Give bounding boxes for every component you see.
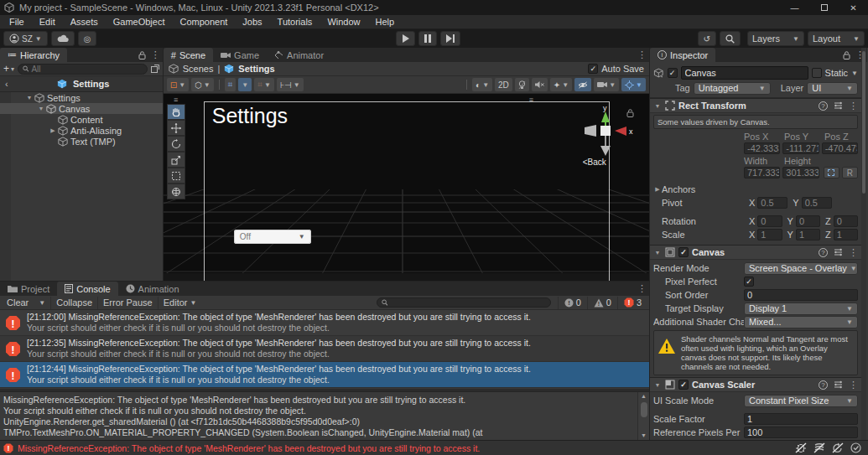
- static-checkbox[interactable]: [812, 68, 822, 78]
- clear-button[interactable]: Clear: [2, 297, 34, 309]
- menu-component[interactable]: Component: [172, 15, 235, 28]
- drag-handle-icon[interactable]: ≡: [167, 97, 185, 104]
- rect-tool-button[interactable]: [167, 168, 185, 184]
- sort-order-field[interactable]: 0: [744, 289, 858, 301]
- foldout-icon[interactable]: ▼: [653, 250, 662, 256]
- gameobject-cube-icon[interactable]: [653, 65, 664, 80]
- menu-tutorials[interactable]: Tutorials: [270, 15, 320, 28]
- expander-icon[interactable]: ▼: [25, 95, 34, 101]
- auto-refresh-disabled-icon[interactable]: [832, 442, 844, 453]
- log-entry[interactable]: ! [21:12:35] MissingReferenceException: …: [0, 336, 649, 362]
- camera-settings-button[interactable]: ▼: [594, 78, 619, 91]
- menu-assets[interactable]: Assets: [63, 15, 106, 28]
- pop-out-icon[interactable]: [151, 65, 159, 73]
- pos-x-field[interactable]: -42.3333: [744, 142, 780, 154]
- foldout-icon[interactable]: ▼: [653, 382, 662, 388]
- step-button[interactable]: [440, 31, 460, 46]
- pos-y-field[interactable]: -111.2713: [782, 142, 819, 154]
- rotation-y-field[interactable]: 0: [796, 215, 820, 227]
- info-count[interactable]: ! 0: [558, 297, 587, 309]
- expander-icon[interactable]: ▶: [49, 127, 57, 134]
- breadcrumb-current[interactable]: Settings: [238, 64, 274, 74]
- lock-icon[interactable]: [138, 51, 146, 59]
- grid-snapping-button[interactable]: ⌗: [225, 78, 236, 91]
- snap-settings-button[interactable]: ⊦⊣▼: [277, 78, 304, 91]
- pivot-y-field[interactable]: 0.5: [802, 197, 832, 209]
- tab-game[interactable]: Game: [213, 48, 267, 62]
- tab-project[interactable]: Project: [0, 282, 57, 296]
- tab-scene[interactable]: # Scene: [164, 48, 213, 62]
- canvas-component-header[interactable]: ▼ ✓ Canvas ? ⋮: [650, 245, 861, 260]
- help-icon[interactable]: ?: [819, 248, 828, 257]
- pivot-x-field[interactable]: 0.5: [757, 197, 787, 209]
- close-button[interactable]: ✕: [839, 0, 868, 15]
- help-icon[interactable]: ?: [819, 101, 828, 111]
- kebab-menu-icon[interactable]: ⋮: [637, 49, 647, 60]
- tab-inspector[interactable]: i Inspector: [650, 48, 715, 62]
- scale-tool-button[interactable]: [167, 152, 185, 168]
- rect-transform-header[interactable]: ▼ Rect Transform ? ⋮: [650, 98, 861, 113]
- tag-dropdown[interactable]: Untagged▼: [694, 82, 771, 95]
- tree-item-text-tmp[interactable]: Text (TMP): [0, 136, 163, 147]
- status-error-text[interactable]: MissingReferenceException: The object of…: [18, 443, 480, 453]
- shader-channels-dropdown[interactable]: Mixed...▼: [744, 316, 858, 328]
- anchor-presets-button[interactable]: [824, 167, 839, 178]
- rotation-z-field[interactable]: 0: [834, 215, 858, 227]
- scale-factor-field[interactable]: 1: [744, 413, 858, 425]
- minimize-button[interactable]: —: [780, 0, 809, 15]
- component-enabled-checkbox[interactable]: ✓: [678, 380, 689, 390]
- status-bar[interactable]: ! MissingReferenceException: The object …: [0, 440, 868, 455]
- cloud-button[interactable]: [51, 31, 75, 46]
- scene-visibility-button[interactable]: [574, 78, 591, 91]
- move-tool-button[interactable]: [167, 120, 185, 136]
- menu-jobs[interactable]: Jobs: [235, 15, 269, 28]
- presets-icon[interactable]: [834, 380, 843, 389]
- cache-server-disabled-icon[interactable]: [813, 442, 825, 453]
- console-search[interactable]: [377, 297, 551, 308]
- kebab-menu-icon[interactable]: ⋮: [849, 101, 858, 111]
- rotation-x-field[interactable]: 0: [757, 215, 782, 227]
- collapse-button[interactable]: Collapse: [51, 297, 98, 309]
- expander-icon[interactable]: ▼: [37, 106, 45, 111]
- raw-edit-button[interactable]: R: [842, 167, 858, 178]
- canvas-scaler-header[interactable]: ▼ ✓ Canvas Scaler ? ⋮: [650, 377, 861, 392]
- width-field[interactable]: 717.3333: [744, 167, 780, 178]
- static-dropdown-icon[interactable]: ▼: [851, 70, 858, 77]
- anchors-label[interactable]: Anchors: [662, 184, 752, 194]
- drag-handle-icon[interactable]: ≡: [529, 96, 533, 104]
- warning-count[interactable]: ! 0: [587, 297, 617, 309]
- editor-dropdown-button[interactable]: Editor▼: [159, 297, 202, 309]
- scale-z-field[interactable]: 1: [834, 229, 858, 240]
- maximize-button[interactable]: [809, 0, 839, 15]
- component-enabled-checkbox[interactable]: ✓: [678, 247, 689, 257]
- log-entry[interactable]: ! [21:12:00] MissingReferenceException: …: [0, 310, 649, 336]
- menu-window[interactable]: Window: [320, 15, 367, 28]
- active-checkbox[interactable]: ✓: [668, 68, 678, 78]
- scroll-up-icon[interactable]: ▲: [641, 392, 647, 401]
- error-pause-button[interactable]: Error Pause: [98, 297, 159, 309]
- tree-item-content[interactable]: Content: [0, 114, 163, 125]
- game-ui-dropdown[interactable]: Off ▼: [234, 230, 311, 244]
- audio-toggle-button[interactable]: [532, 78, 548, 91]
- pause-button[interactable]: [418, 31, 437, 46]
- detail-scrollbar[interactable]: ▲ ▼: [637, 392, 649, 440]
- tab-animation[interactable]: Animation: [118, 282, 187, 296]
- tree-item-canvas[interactable]: ▼ Canvas: [0, 103, 163, 114]
- grid-snapping-dropdown[interactable]: ▼: [238, 78, 252, 91]
- effects-dropdown-button[interactable]: ✦▼: [550, 78, 572, 91]
- scrollbar-thumb[interactable]: [641, 402, 647, 417]
- gameobject-name-field[interactable]: [681, 66, 808, 80]
- scrollbar-thumb[interactable]: [862, 51, 865, 194]
- gizmos-button[interactable]: ▼: [621, 78, 646, 91]
- pixel-perfect-checkbox[interactable]: ✓: [744, 277, 754, 287]
- scroll-down-icon[interactable]: ▼: [641, 432, 647, 440]
- tree-item-settings[interactable]: ▼ Settings: [0, 92, 163, 103]
- layer-dropdown[interactable]: UI▼: [807, 82, 858, 95]
- breadcrumb-scenes[interactable]: Scenes: [183, 64, 214, 74]
- scale-y-field[interactable]: 1: [796, 229, 820, 240]
- height-field[interactable]: 301.333: [782, 167, 819, 178]
- foldout-icon[interactable]: ▶: [653, 186, 662, 193]
- render-mode-dropdown[interactable]: Screen Space - Overlay▼: [744, 262, 858, 275]
- kebab-menu-icon[interactable]: ⋮: [637, 283, 647, 294]
- menu-file[interactable]: File: [2, 15, 32, 28]
